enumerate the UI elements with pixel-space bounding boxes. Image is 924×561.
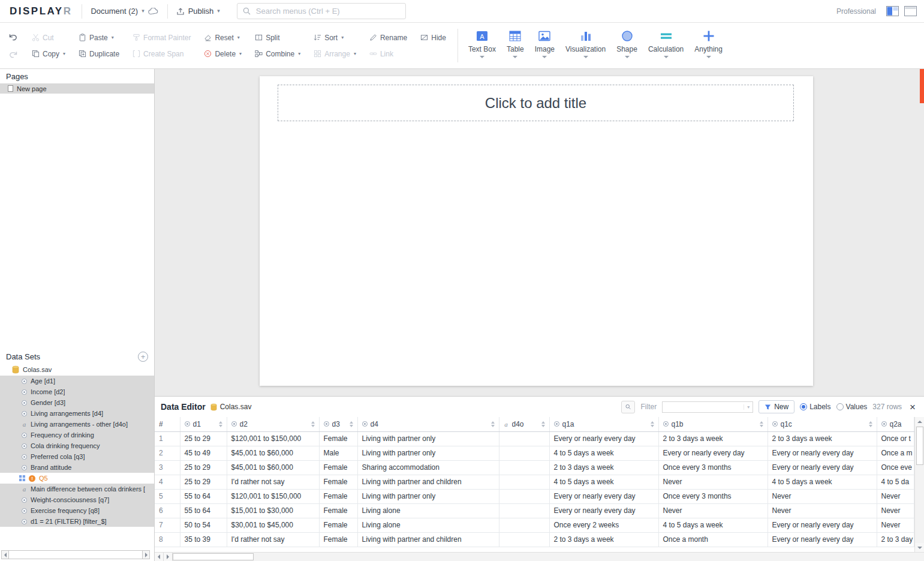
insert-image-button[interactable]: Image xyxy=(529,23,560,68)
cell[interactable]: Living with partner and children xyxy=(357,532,499,547)
variable-living-arrangements-other[interactable]: a Living arrangements - other [d4o] xyxy=(0,419,154,430)
cell[interactable]: Sharing accommodation xyxy=(357,460,499,475)
insert-table-button[interactable]: Table xyxy=(501,23,529,68)
cell[interactable]: Living with partner only xyxy=(357,446,499,460)
cell[interactable]: Once every 2 weeks xyxy=(549,518,658,532)
cell[interactable]: Once every 3 months xyxy=(658,489,768,503)
cell[interactable] xyxy=(499,475,549,489)
cell[interactable]: 2 to 3 days a week xyxy=(549,532,658,547)
row-number-cell[interactable]: 6 xyxy=(155,503,180,518)
cell[interactable]: 4 to 5 da xyxy=(877,475,914,489)
reset-button[interactable]: Reset ▾ xyxy=(203,33,240,43)
search-data-button[interactable] xyxy=(621,401,635,413)
row-number-cell[interactable]: 8 xyxy=(155,532,180,547)
cell[interactable]: Every or nearly every day xyxy=(658,446,768,460)
cell[interactable]: 55 to 64 xyxy=(180,489,227,503)
insert-shape-button[interactable]: Shape xyxy=(611,23,643,68)
cell[interactable] xyxy=(499,460,549,475)
sort-button[interactable]: Sort ▾ xyxy=(312,33,345,43)
sort-arrows-icon[interactable] xyxy=(869,421,872,427)
rename-button[interactable]: Rename xyxy=(368,33,408,43)
cell[interactable]: Female xyxy=(319,431,357,446)
row-number-cell[interactable]: 5 xyxy=(155,489,180,503)
cell[interactable] xyxy=(499,532,549,547)
column-header-d4[interactable]: d4 xyxy=(357,417,499,431)
cell[interactable]: Female xyxy=(319,460,357,475)
cell[interactable] xyxy=(499,489,549,503)
cell[interactable] xyxy=(499,503,549,518)
variable-preferred-cola[interactable]: Preferred cola [q3] xyxy=(0,451,154,462)
close-icon[interactable]: × xyxy=(907,402,918,412)
cell[interactable]: Every or nearly every day xyxy=(549,431,658,446)
scroll-up-button[interactable] xyxy=(915,417,924,426)
sort-arrows-icon[interactable] xyxy=(219,421,222,427)
row-number-cell[interactable]: 2 xyxy=(155,446,180,460)
cell[interactable]: Living alone xyxy=(357,518,499,532)
cell[interactable]: Every or nearly every day xyxy=(768,460,877,475)
scroll-down-button[interactable] xyxy=(915,543,924,552)
variable-main-difference[interactable]: a Main difference between cola drinkers … xyxy=(0,484,154,494)
data-grid-horizontal-scrollbar[interactable] xyxy=(155,552,924,561)
duplicate-button[interactable]: Duplicate xyxy=(77,49,121,59)
variable-q5[interactable]: ! Q5 xyxy=(0,473,154,484)
document-page[interactable]: Click to add title xyxy=(260,76,813,386)
labels-radio[interactable]: Labels xyxy=(800,403,830,411)
cell[interactable]: Every or nearly every day xyxy=(549,489,658,503)
row-number-cell[interactable]: 3 xyxy=(155,460,180,475)
variable-living-arrangements[interactable]: Living arrangements [d4] xyxy=(0,408,154,419)
sort-arrows-icon[interactable] xyxy=(350,421,353,427)
scroll-left-button[interactable] xyxy=(1,550,9,559)
cell[interactable]: Female xyxy=(319,518,357,532)
cell[interactable]: I'd rather not say xyxy=(227,532,319,547)
cell[interactable]: 25 to 29 xyxy=(180,475,227,489)
cell[interactable]: $120,001 to $150,000 xyxy=(227,489,319,503)
variable-weight-consciousness[interactable]: Weight-consciousness [q7] xyxy=(0,494,154,505)
cell[interactable]: 4 to 5 days a week xyxy=(549,446,658,460)
cell[interactable]: Every or nearly every day xyxy=(768,518,877,532)
variable-gender[interactable]: Gender [d3] xyxy=(0,397,154,408)
row-number-cell[interactable]: 4 xyxy=(155,475,180,489)
cell[interactable]: Never xyxy=(877,489,914,503)
scrollbar-thumb[interactable] xyxy=(173,553,254,560)
hide-button[interactable]: Hide xyxy=(419,33,447,43)
single-pane-layout-icon[interactable] xyxy=(904,6,917,16)
insert-visualization-button[interactable]: Visualization xyxy=(560,23,611,68)
scrollbar-track[interactable] xyxy=(254,553,924,561)
paste-button[interactable]: Paste ▾ xyxy=(77,33,115,43)
cell[interactable]: 2 to 3 days a week xyxy=(768,431,877,446)
cell[interactable]: Every or nearly every day xyxy=(549,503,658,518)
insert-text-box-button[interactable]: A Text Box xyxy=(463,23,501,68)
cell[interactable]: Never xyxy=(768,503,877,518)
scrollbar-track[interactable] xyxy=(9,550,142,559)
filter-input[interactable] xyxy=(663,403,744,411)
delete-button[interactable]: Delete ▾ xyxy=(203,49,243,59)
cell[interactable]: 2 to 3 days a week xyxy=(658,431,768,446)
column-header-d1[interactable]: d1 xyxy=(180,417,227,431)
insert-anything-button[interactable]: Anything xyxy=(689,23,728,68)
cell[interactable]: Female xyxy=(319,532,357,547)
cell[interactable]: Never xyxy=(658,503,768,518)
cell[interactable]: $120,001 to $150,000 xyxy=(227,431,319,446)
column-header-q1c[interactable]: q1c xyxy=(768,417,877,431)
cell[interactable]: 2 to 3 day xyxy=(877,532,914,547)
cell[interactable]: $30,001 to $45,000 xyxy=(227,518,319,532)
cell[interactable]: 25 to 29 xyxy=(180,431,227,446)
sort-arrows-icon[interactable] xyxy=(541,421,545,427)
cell[interactable]: Never xyxy=(768,489,877,503)
page-list-item-new-page[interactable]: New page xyxy=(0,83,154,94)
cell[interactable]: 4 to 5 days a week xyxy=(549,475,658,489)
cell[interactable]: Female xyxy=(319,503,357,518)
variable-exercise-frequency[interactable]: Exercise frequency [q8] xyxy=(0,505,154,516)
dataset-colas-sav[interactable]: Colas.sav xyxy=(0,364,154,376)
sort-arrows-icon[interactable] xyxy=(311,421,315,427)
cell[interactable]: Living with partner only xyxy=(357,489,499,503)
cell[interactable]: $15,001 to $30,000 xyxy=(227,503,319,518)
cell[interactable] xyxy=(499,518,549,532)
cell[interactable]: Once a month xyxy=(658,532,768,547)
cell[interactable]: Never xyxy=(877,518,914,532)
cell[interactable]: 35 to 39 xyxy=(180,532,227,547)
sort-arrows-icon[interactable] xyxy=(491,421,495,427)
cell[interactable]: Once every 3 months xyxy=(658,460,768,475)
new-filter-button[interactable]: New xyxy=(759,400,794,413)
cell[interactable]: Living alone xyxy=(357,503,499,518)
